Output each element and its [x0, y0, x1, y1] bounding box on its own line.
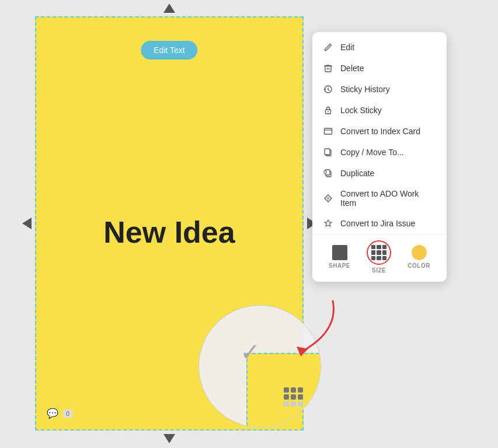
resize-arrow-bottom[interactable]: [163, 434, 175, 443]
menu-sticky-history-label: Sticky History: [340, 85, 390, 94]
toolbar-color[interactable]: COLOR: [401, 242, 437, 272]
comment-icon: 💬: [47, 408, 58, 419]
zoom-check-icon: ✓: [240, 338, 260, 366]
menu-item-convert-ado[interactable]: Convert to ADO Work Item: [312, 184, 447, 213]
copy-icon: [323, 147, 333, 158]
shape-icon: [332, 245, 347, 260]
menu-item-duplicate[interactable]: Duplicate: [312, 163, 447, 184]
svg-point-2: [324, 89, 326, 90]
menu-convert-jira-label: Convert to Jira Issue: [340, 219, 415, 228]
toolbar-size[interactable]: SIZE: [367, 240, 391, 274]
comment-count: 0: [63, 410, 72, 418]
svg-rect-5: [325, 128, 332, 134]
svg-rect-7: [325, 149, 330, 155]
shape-label: SHAPE: [329, 262, 350, 269]
menu-item-edit[interactable]: Edit: [312, 37, 447, 58]
canvas: Edit Text New Idea 💬 0 Edit: [0, 0, 498, 448]
duplicate-icon: [323, 168, 333, 178]
menu-toolbar: SHAPE SIZE COLOR: [312, 234, 447, 277]
size-active-ring: [367, 240, 391, 265]
lock-icon: [323, 105, 333, 116]
menu-edit-label: Edit: [340, 43, 354, 52]
edit-text-button[interactable]: Edit Text: [141, 41, 197, 60]
color-icon: [412, 245, 427, 260]
menu-copy-move-label: Copy / Move To...: [340, 148, 404, 157]
pencil-icon: [323, 42, 333, 52]
context-menu: Edit Delete Sticky History: [312, 32, 447, 282]
red-arrow-svg: [286, 295, 344, 359]
menu-item-convert-jira[interactable]: Convert to Jira Issue: [312, 213, 447, 234]
trash-icon: [323, 63, 333, 74]
red-arrow-annotation: [286, 295, 344, 362]
ado-icon: [323, 193, 333, 204]
toolbar-shape[interactable]: SHAPE: [322, 242, 357, 272]
resize-arrow-left[interactable]: [22, 218, 32, 229]
size-icon: [371, 245, 386, 260]
card-icon: [323, 126, 333, 136]
menu-convert-index-card-label: Convert to Index Card: [340, 127, 420, 136]
resize-arrow-top[interactable]: [163, 4, 175, 13]
svg-rect-10: [324, 171, 326, 173]
menu-item-delete[interactable]: Delete: [312, 58, 447, 79]
menu-item-copy-move[interactable]: Copy / Move To...: [312, 142, 447, 163]
menu-item-lock-sticky[interactable]: Lock Sticky: [312, 100, 447, 121]
history-icon: [323, 84, 333, 94]
svg-rect-0: [325, 66, 331, 72]
menu-delete-label: Delete: [340, 64, 364, 73]
zoom-grid-dots: [284, 387, 303, 407]
menu-lock-sticky-label: Lock Sticky: [340, 106, 382, 115]
menu-duplicate-label: Duplicate: [340, 169, 374, 178]
svg-marker-12: [326, 197, 330, 200]
svg-point-4: [328, 111, 329, 113]
menu-item-convert-index-card[interactable]: Convert to Index Card: [312, 121, 447, 142]
sticky-main-text: New Idea: [103, 215, 235, 250]
sticky-footer: 💬 0: [47, 408, 72, 419]
menu-item-sticky-history[interactable]: Sticky History: [312, 79, 447, 100]
size-label: SIZE: [372, 267, 386, 274]
menu-convert-ado-label: Convert to ADO Work Item: [340, 189, 436, 208]
jira-icon: [323, 218, 333, 229]
color-label: COLOR: [408, 262, 430, 269]
